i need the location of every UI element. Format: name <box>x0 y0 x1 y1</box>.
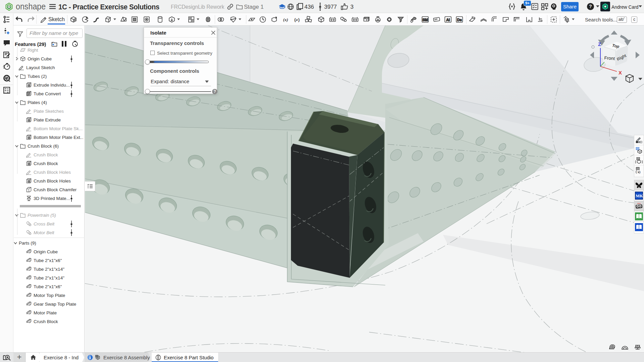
svg-text:(x): (x) <box>283 17 288 22</box>
svg-text:SM: SM <box>423 18 428 22</box>
svg-text:x): x) <box>638 170 640 174</box>
svg-text:?: ? <box>589 4 592 9</box>
svg-text:Front: Front <box>604 55 615 61</box>
svg-text:(⌕): (⌕) <box>294 17 300 22</box>
svg-text:Z: Z <box>598 41 601 47</box>
svg-text:X: X <box>618 70 622 75</box>
svg-text:Ds: Ds <box>457 18 462 22</box>
svg-text:●●●: ●●● <box>637 202 641 204</box>
svg-text:Ai: Ai <box>446 18 450 22</box>
